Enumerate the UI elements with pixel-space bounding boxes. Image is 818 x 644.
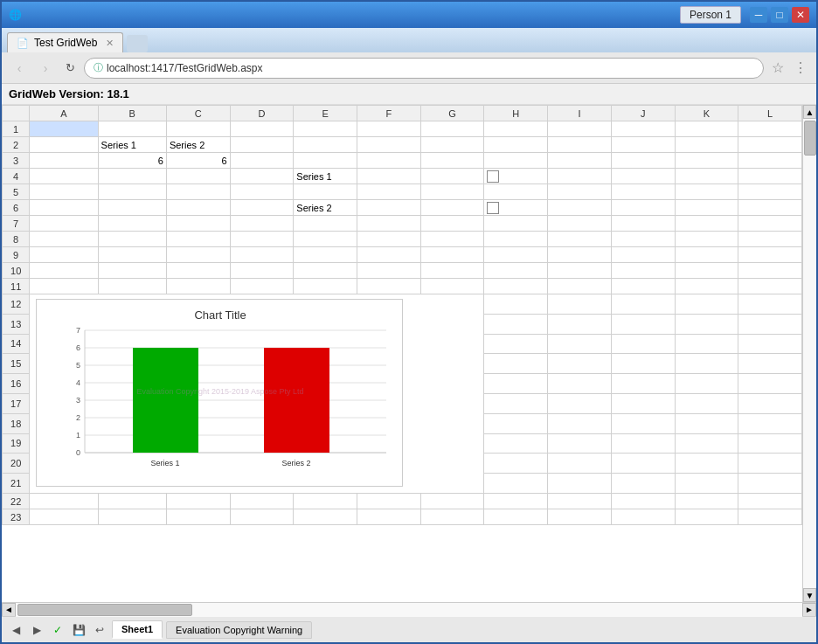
hscroll-left-button[interactable]: ◄ <box>2 603 16 617</box>
hscroll-track[interactable] <box>16 603 802 617</box>
cell-G2[interactable] <box>420 137 484 153</box>
cell-L10[interactable] <box>738 263 802 279</box>
cell-D10[interactable] <box>230 263 294 279</box>
cell-H7[interactable] <box>484 216 548 232</box>
cell-A3[interactable] <box>30 153 98 169</box>
cell-H11[interactable] <box>484 279 548 294</box>
cell-D8[interactable] <box>230 232 294 247</box>
undo-button[interactable]: ↩ <box>91 621 108 639</box>
cell-A7[interactable] <box>30 216 98 232</box>
sheet1-tab[interactable]: Sheet1 <box>112 620 163 639</box>
cell-G10[interactable] <box>420 263 484 279</box>
cell-I21[interactable] <box>548 474 612 494</box>
cell-B22[interactable] <box>98 494 166 509</box>
cell-A6[interactable] <box>30 200 98 216</box>
forward-button[interactable]: › <box>35 58 56 79</box>
cell-E9[interactable] <box>294 247 357 263</box>
cell-F11[interactable] <box>357 279 421 294</box>
cell-I14[interactable] <box>548 334 612 354</box>
cell-K14[interactable] <box>675 334 738 354</box>
cell-L11[interactable] <box>738 279 802 294</box>
cell-C8[interactable] <box>166 232 230 247</box>
maximize-button[interactable]: □ <box>771 7 788 23</box>
cell-L13[interactable] <box>738 314 802 334</box>
cell-A22[interactable] <box>30 494 98 509</box>
col-header-G[interactable]: G <box>420 106 484 121</box>
cell-F22[interactable] <box>357 494 421 509</box>
cell-J14[interactable] <box>611 334 675 354</box>
cell-K19[interactable] <box>675 433 738 454</box>
horizontal-scrollbar[interactable]: ◄ ► <box>2 602 816 616</box>
cell-B7[interactable] <box>98 216 166 232</box>
cell-H15[interactable] <box>484 354 548 374</box>
cell-F3[interactable] <box>357 153 421 169</box>
cell-L22[interactable] <box>738 494 802 509</box>
cell-L20[interactable] <box>738 454 802 474</box>
cell-I2[interactable] <box>548 137 612 153</box>
cell-C5[interactable] <box>166 184 230 200</box>
cell-B2[interactable]: Series 1 <box>98 137 166 153</box>
check-button[interactable]: ✓ <box>49 621 66 639</box>
cell-L2[interactable] <box>738 137 802 153</box>
cell-H9[interactable] <box>484 247 548 263</box>
cell-K4[interactable] <box>675 169 738 184</box>
cell-A5[interactable] <box>30 184 98 200</box>
cell-H2[interactable] <box>484 137 548 153</box>
cell-L15[interactable] <box>738 354 802 374</box>
cell-I15[interactable] <box>548 354 612 374</box>
cell-G4[interactable] <box>420 169 484 184</box>
cell-C1[interactable] <box>166 121 230 137</box>
cell-D7[interactable] <box>230 216 294 232</box>
cell-H6[interactable] <box>484 200 548 216</box>
cell-L12[interactable] <box>738 294 802 315</box>
col-header-J[interactable]: J <box>611 106 675 121</box>
cell-F10[interactable] <box>357 263 421 279</box>
cell-J7[interactable] <box>611 216 675 232</box>
cell-G23[interactable] <box>420 509 484 525</box>
cell-L1[interactable] <box>738 121 802 137</box>
cell-K20[interactable] <box>675 454 738 474</box>
cell-A9[interactable] <box>30 247 98 263</box>
cell-L16[interactable] <box>738 374 802 394</box>
cell-I23[interactable] <box>548 509 612 525</box>
cell-G1[interactable] <box>420 121 484 137</box>
cell-K17[interactable] <box>675 393 738 413</box>
cell-G11[interactable] <box>420 279 484 294</box>
cell-F23[interactable] <box>357 509 421 525</box>
hscroll-right-button[interactable]: ► <box>802 603 816 617</box>
cell-I16[interactable] <box>548 374 612 394</box>
cell-J13[interactable] <box>611 314 675 334</box>
col-header-H[interactable]: H <box>484 106 548 121</box>
cell-E7[interactable] <box>294 216 357 232</box>
cell-H23[interactable] <box>484 509 548 525</box>
cell-H13[interactable] <box>484 314 548 334</box>
cell-L6[interactable] <box>738 200 802 216</box>
cell-K9[interactable] <box>675 247 738 263</box>
cell-D11[interactable] <box>230 279 294 294</box>
cell-L3[interactable] <box>738 153 802 169</box>
cell-B10[interactable] <box>98 263 166 279</box>
cell-F9[interactable] <box>357 247 421 263</box>
minimize-button[interactable]: ─ <box>750 7 767 23</box>
cell-D1[interactable] <box>230 121 294 137</box>
cell-B4[interactable] <box>98 169 166 184</box>
cell-A23[interactable] <box>30 509 98 525</box>
cell-K22[interactable] <box>675 494 738 509</box>
cell-J17[interactable] <box>611 393 675 413</box>
cell-I9[interactable] <box>548 247 612 263</box>
browser-tab-active[interactable]: 📄 Test GridWeb ✕ <box>7 32 123 52</box>
cell-E4[interactable]: Series 1 <box>294 169 357 184</box>
cell-H14[interactable] <box>484 334 548 354</box>
cell-C6[interactable] <box>166 200 230 216</box>
col-header-B[interactable]: B <box>98 106 166 121</box>
tab-close-button[interactable]: ✕ <box>106 38 114 49</box>
cell-H22[interactable] <box>484 494 548 509</box>
cell-J9[interactable] <box>611 247 675 263</box>
cell-F6[interactable] <box>357 200 421 216</box>
cell-K5[interactable] <box>675 184 738 200</box>
cell-H19[interactable] <box>484 433 548 454</box>
cell-D6[interactable] <box>230 200 294 216</box>
cell-I20[interactable] <box>548 454 612 474</box>
cell-K2[interactable] <box>675 137 738 153</box>
cell-D22[interactable] <box>230 494 294 509</box>
